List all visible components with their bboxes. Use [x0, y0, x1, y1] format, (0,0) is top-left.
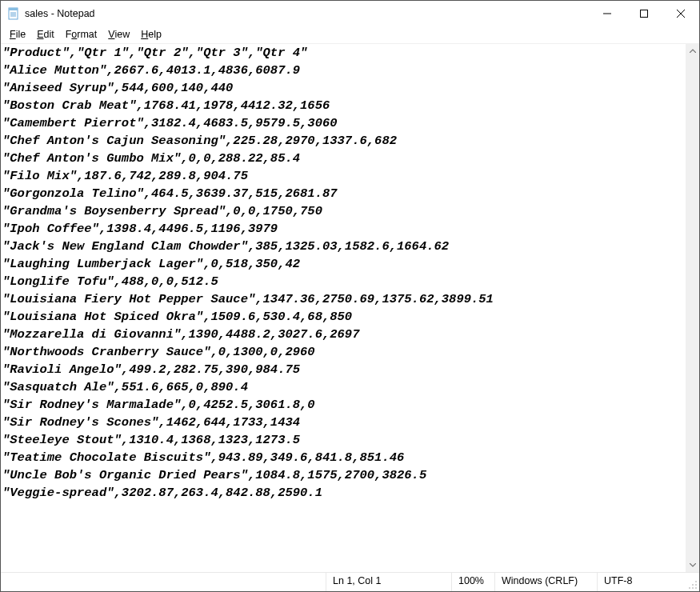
status-encoding: UTF-8: [597, 573, 699, 591]
status-line-ending: Windows (CRLF): [494, 573, 597, 591]
menu-edit[interactable]: Edit: [31, 28, 60, 42]
menu-file[interactable]: File: [4, 28, 31, 42]
minimize-button[interactable]: [589, 1, 626, 26]
window-controls: [589, 1, 699, 26]
notepad-window: sales - Notepad File Edit Format View He…: [0, 0, 700, 592]
svg-point-12: [695, 587, 697, 589]
svg-point-9: [695, 581, 697, 582]
scroll-down-icon[interactable]: [686, 558, 699, 572]
vertical-scrollbar[interactable]: [686, 44, 699, 572]
resize-grip-icon[interactable]: [688, 580, 698, 590]
svg-point-14: [689, 587, 690, 589]
status-zoom: 100%: [451, 573, 494, 591]
editor-frame: [1, 43, 699, 572]
menu-view[interactable]: View: [102, 28, 135, 42]
text-editor[interactable]: [1, 44, 686, 572]
menu-help[interactable]: Help: [135, 28, 167, 42]
title-bar[interactable]: sales - Notepad: [1, 1, 699, 26]
status-spacer: [1, 573, 326, 591]
svg-point-11: [692, 584, 694, 586]
status-bar: Ln 1, Col 1 100% Windows (CRLF) UTF-8: [1, 572, 699, 591]
window-title: sales - Notepad: [25, 8, 589, 19]
svg-point-13: [692, 587, 694, 589]
svg-rect-1: [9, 8, 18, 10]
status-cursor-position: Ln 1, Col 1: [326, 573, 451, 591]
svg-rect-6: [641, 10, 648, 18]
svg-point-10: [695, 584, 697, 586]
close-button[interactable]: [662, 1, 699, 26]
maximize-button[interactable]: [626, 1, 662, 26]
menu-format[interactable]: Format: [60, 28, 103, 42]
menu-bar: File Edit Format View Help: [1, 26, 699, 43]
scroll-up-icon[interactable]: [686, 44, 699, 58]
notepad-icon: [7, 7, 20, 20]
